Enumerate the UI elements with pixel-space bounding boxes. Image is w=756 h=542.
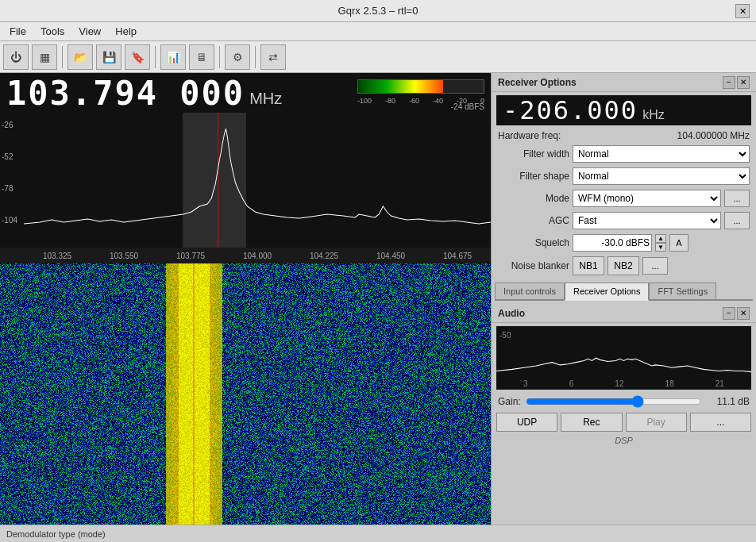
meter-label-4: -40 xyxy=(433,97,443,105)
audio-spectrum-svg xyxy=(496,328,751,375)
squelch-input[interactable] xyxy=(573,234,652,252)
save-button[interactable]: 💾 xyxy=(96,44,122,70)
x-label-4: 104.000 xyxy=(224,252,291,260)
toolbar-separator-4 xyxy=(255,46,256,68)
meter-label-1: -100 xyxy=(357,97,372,105)
power-button[interactable]: ⏻ xyxy=(3,44,29,70)
filter-shape-select[interactable]: Normal Soft Sharp xyxy=(573,167,750,185)
tabs: Input controls Receiver Options FFT Sett… xyxy=(495,283,753,301)
agc-select[interactable]: Fast Off Slow Medium User xyxy=(573,212,721,229)
frequency-display: 103.794 000 MHz -100 -80 -60 -40 -20 0 -… xyxy=(0,73,491,113)
meter-label-2: -80 xyxy=(385,97,395,105)
nb-extra-button[interactable]: ... xyxy=(642,257,668,275)
audio-x-label-4: 18 xyxy=(665,379,674,388)
rec-button[interactable]: Rec xyxy=(561,413,622,432)
settings-button[interactable]: ⚙ xyxy=(225,44,250,70)
agc-extra-button[interactable]: ... xyxy=(724,212,750,229)
window-title: Gqrx 2.5.3 – rtl=0 xyxy=(338,5,418,17)
waterfall-canvas xyxy=(0,263,491,525)
hw-freq-value: 104.000000 MHz xyxy=(677,130,750,141)
dsp-label: DSP xyxy=(492,434,756,447)
menu-view[interactable]: View xyxy=(72,24,107,39)
filter-width-row: Filter width Normal Narrow Wide xyxy=(492,143,756,165)
hardware-freq-row: Hardware freq: 104.000000 MHz xyxy=(492,129,756,143)
receiver-options-title: Receiver Options xyxy=(498,77,577,88)
menu-help[interactable]: Help xyxy=(109,24,143,39)
audio-x-labels: 3 6 12 18 21 xyxy=(496,379,751,388)
audio-section: Audio − ✕ -50 3 6 12 18 21 xyxy=(492,304,756,447)
squelch-auto-button[interactable]: A xyxy=(669,234,688,252)
mode-label: Mode xyxy=(498,193,569,204)
activity-button[interactable]: 📊 xyxy=(160,44,186,70)
bookmark-button[interactable]: 🔖 xyxy=(125,44,150,70)
squelch-down[interactable]: ▼ xyxy=(655,243,666,252)
toolbar: ⏻ ▦ 📂 💾 🔖 📊 🖥 ⚙ ⇄ xyxy=(0,41,756,73)
offset-frequency-value: -206.000 xyxy=(503,95,638,125)
menu-file[interactable]: File xyxy=(3,24,33,39)
open-button[interactable]: 📂 xyxy=(68,44,93,70)
spectrum-area[interactable]: -26 -52 -78 -104 xyxy=(0,113,491,248)
nb1-button[interactable]: NB1 xyxy=(573,256,604,275)
audio-x-label-5: 21 xyxy=(716,379,724,388)
filter-width-select[interactable]: Normal Narrow Wide xyxy=(573,145,750,163)
udp-button[interactable]: UDP xyxy=(496,413,557,432)
title-bar: Gqrx 2.5.3 – rtl=0 ✕ xyxy=(0,0,756,22)
audio-close[interactable]: ✕ xyxy=(737,307,750,320)
right-panel: Receiver Options − ✕ -206.000 kHz Hardwa… xyxy=(491,73,756,525)
audio-minimize[interactable]: − xyxy=(723,307,735,320)
squelch-label: Squelch xyxy=(498,237,569,248)
toolbar-separator-1 xyxy=(62,46,63,68)
receiver-options-close[interactable]: ✕ xyxy=(737,76,750,89)
x-label-5: 104.225 xyxy=(291,252,357,260)
menu-tools[interactable]: Tools xyxy=(34,24,71,39)
offset-frequency-unit: kHz xyxy=(642,108,665,122)
main-content: 103.794 000 MHz -100 -80 -60 -40 -20 0 -… xyxy=(0,73,756,525)
screen-button[interactable]: 🖥 xyxy=(189,44,214,70)
toolbar-separator-3 xyxy=(219,46,220,68)
gain-label: Gain: xyxy=(498,396,521,407)
audio-extra-button[interactable]: ... xyxy=(690,413,751,432)
status-bar: Demodulator type (mode) xyxy=(0,525,756,542)
frequency-unit: MHz xyxy=(249,90,282,108)
y-label-1: -26 xyxy=(2,121,13,129)
y-label-2: -52 xyxy=(2,152,13,161)
mode-row: Mode WFM (mono) AM FM WFM (stereo) LSB U… xyxy=(492,187,756,209)
khz-display: -206.000 kHz xyxy=(496,95,751,125)
close-button[interactable]: ✕ xyxy=(735,4,750,18)
device-button[interactable]: ▦ xyxy=(32,44,57,70)
tab-fft-settings[interactable]: FFT Settings xyxy=(649,283,716,299)
audio-display: -50 3 6 12 18 21 xyxy=(496,326,751,390)
agc-label: AGC xyxy=(498,215,569,226)
toolbar-separator-2 xyxy=(155,46,156,68)
network-button[interactable]: ⇄ xyxy=(260,44,286,70)
spectrum-svg xyxy=(24,113,491,248)
y-label-4: -104 xyxy=(2,216,17,225)
noise-blanker-row: Noise blanker NB1 NB2 ... xyxy=(492,254,756,278)
signal-meter-bar xyxy=(358,80,443,93)
waterfall[interactable] xyxy=(0,263,491,525)
tab-receiver-options[interactable]: Receiver Options xyxy=(565,283,649,301)
mode-extra-button[interactable]: ... xyxy=(724,190,750,207)
x-label-2: 103.550 xyxy=(91,252,157,260)
mode-select[interactable]: WFM (mono) AM FM WFM (stereo) LSB USB xyxy=(573,190,721,207)
spectrum-panel: 103.794 000 MHz -100 -80 -60 -40 -20 0 -… xyxy=(0,73,491,525)
play-button[interactable]: Play xyxy=(626,413,687,432)
audio-header: Audio − ✕ xyxy=(492,304,756,323)
tab-input-controls[interactable]: Input controls xyxy=(495,283,565,299)
filter-shape-row: Filter shape Normal Soft Sharp xyxy=(492,165,756,187)
gain-slider[interactable] xyxy=(526,395,701,408)
x-label-6: 104.450 xyxy=(357,252,424,260)
hw-freq-label: Hardware freq: xyxy=(498,130,561,141)
x-label-7: 104.675 xyxy=(424,252,491,260)
dbfs-label: -24 dBFS xyxy=(451,102,484,111)
audio-buttons: UDP Rec Play ... xyxy=(492,410,756,434)
squelch-spinner: ▲ ▼ xyxy=(655,234,666,252)
filter-width-label: Filter width xyxy=(498,148,569,160)
signal-meter xyxy=(357,79,484,94)
squelch-up[interactable]: ▲ xyxy=(655,234,666,243)
receiver-options-minimize[interactable]: − xyxy=(723,76,735,89)
noise-blanker-label: Noise blanker xyxy=(498,260,569,271)
audio-x-label-2: 6 xyxy=(569,379,574,388)
nb2-button[interactable]: NB2 xyxy=(608,256,639,275)
audio-title: Audio xyxy=(498,308,525,319)
